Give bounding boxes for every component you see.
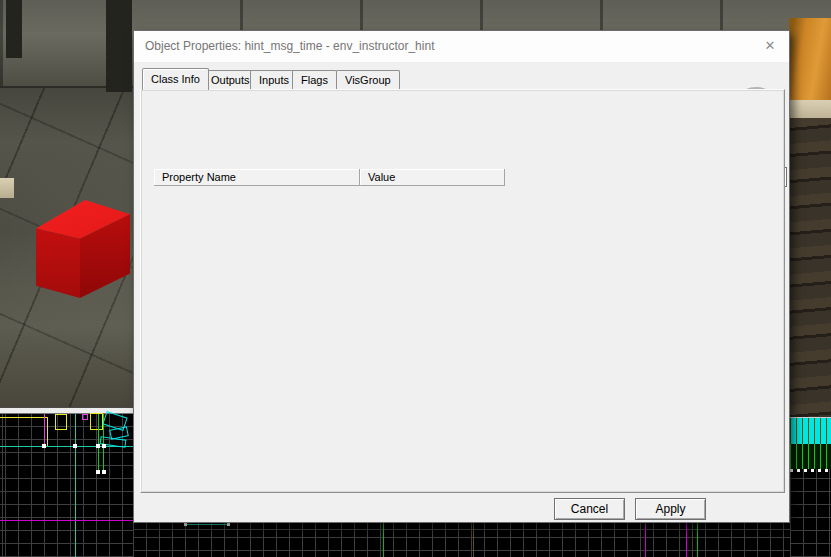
vertex-handle[interactable] xyxy=(184,523,187,526)
dialog-titlebar[interactable]: Object Properties: hint_msg_time - env_i… xyxy=(134,31,789,62)
brush-outline xyxy=(55,414,67,430)
vertex-handle[interactable] xyxy=(42,444,46,448)
selected-brush-band xyxy=(790,417,831,444)
dialog-title: Object Properties: hint_msg_time - env_i… xyxy=(145,39,434,53)
vertex-handle[interactable] xyxy=(102,470,106,474)
close-icon[interactable]: ✕ xyxy=(761,37,779,55)
vertex-handle[interactable] xyxy=(73,444,77,448)
brush-outline xyxy=(82,414,88,420)
column-header-property-name[interactable]: Property Name xyxy=(154,169,360,186)
column-header-value[interactable]: Value xyxy=(360,169,505,186)
vertex-handle[interactable] xyxy=(96,470,100,474)
property-grid-header: Property Name Value xyxy=(154,169,505,186)
tab-flags[interactable]: Flags xyxy=(292,70,337,89)
viewport-2d-left[interactable] xyxy=(0,414,133,557)
brush-edge xyxy=(75,414,76,557)
brush-edge xyxy=(645,523,646,557)
wood-planks xyxy=(789,118,831,418)
brush-edge xyxy=(0,520,133,521)
red-cube-entity[interactable] xyxy=(30,198,130,300)
vertex-handle[interactable] xyxy=(96,444,100,448)
object-properties-dialog: Object Properties: hint_msg_time - env_i… xyxy=(133,30,790,523)
brush-outline xyxy=(0,417,48,447)
stone-block xyxy=(0,178,14,198)
class-info-tabpage xyxy=(140,89,785,493)
viewport-2d-bottom[interactable] xyxy=(133,523,790,557)
brush-edge xyxy=(686,523,687,557)
brush-edge xyxy=(44,414,45,447)
cancel-button[interactable]: Cancel xyxy=(554,498,625,520)
brush-edge xyxy=(697,523,698,557)
wall-beam xyxy=(6,0,22,58)
hammer-editor-screen: Object Properties: hint_msg_time - env_i… xyxy=(0,0,831,557)
tab-inputs[interactable]: Inputs xyxy=(250,70,298,89)
vertex-handle-row xyxy=(790,469,831,472)
brush-band xyxy=(790,444,831,469)
brush-edge xyxy=(383,523,384,557)
tab-visgroup[interactable]: VisGroup xyxy=(336,70,400,89)
vertex-handle[interactable] xyxy=(227,523,230,526)
brush-outline xyxy=(90,413,103,430)
tab-class-info[interactable]: Class Info xyxy=(142,68,209,90)
wall-beam xyxy=(106,0,132,92)
brush-edge xyxy=(186,524,228,525)
vertex-handle[interactable] xyxy=(102,444,106,448)
brush-edge xyxy=(473,523,474,557)
apply-button[interactable]: Apply xyxy=(635,498,706,520)
